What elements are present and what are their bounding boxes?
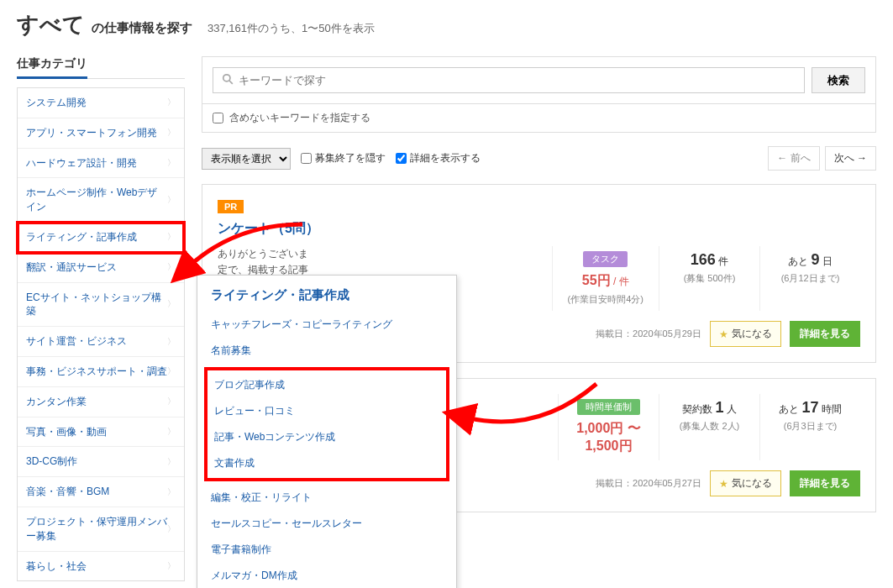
pager: ← 前へ 次へ →	[768, 146, 876, 171]
sidebar-item-label: サイト運営・ビジネス	[26, 334, 127, 349]
exclude-checkbox-label[interactable]: 含めないキーワードを指定する	[213, 112, 370, 123]
sidebar-item-label: ライティング・記事作成	[26, 230, 137, 244]
chevron-right-icon: 〉	[167, 456, 176, 468]
flyout-item[interactable]: 名前募集	[211, 338, 443, 364]
days-cell: あと 17 時間 (6月3日まで)	[759, 394, 860, 460]
sidebar-item-label: 3D-CG制作	[26, 454, 77, 469]
sidebar-item-label: ハードウェア設計・開発	[26, 156, 137, 171]
sidebar-item[interactable]: サイト運営・ビジネス〉	[18, 327, 184, 357]
sidebar-item[interactable]: ECサイト・ネットショップ構築〉	[18, 283, 184, 328]
sidebar-section-title: 仕事カテゴリ	[17, 56, 87, 79]
rate-tag: 時間単価制	[577, 399, 640, 415]
days-cell: あと 9 日 (6月12日まで)	[759, 246, 860, 311]
flyout-item[interactable]: 記事・Webコンテンツ作成	[214, 424, 439, 450]
page-header: すべて の仕事情報を探す 337,161件のうち、1〜50件を表示	[0, 0, 893, 39]
sidebar-item-label: プロジェクト・保守運用メンバー募集	[26, 515, 167, 543]
main-content: 検索 含めないキーワードを指定する 表示順を選択 募集終了を隠す 詳細を表示する…	[202, 56, 876, 528]
star-icon: ★	[719, 478, 728, 490]
sidebar-item[interactable]: プロジェクト・保守運用メンバー募集〉	[18, 507, 184, 552]
sidebar-item[interactable]: ホームページ制作・Webデザイン〉	[18, 178, 184, 223]
sidebar-item[interactable]: 暮らし・社会〉	[18, 552, 184, 581]
page-title-sub: の仕事情報を探す	[92, 20, 192, 36]
flyout-item[interactable]: メルマガ・DM作成	[211, 563, 443, 588]
hide-closed-checkbox[interactable]	[301, 153, 312, 164]
posted-date: 掲載日：2020年05月27日	[596, 477, 701, 490]
flyout-item[interactable]: 編集・校正・リライト	[211, 485, 443, 511]
sidebar-item[interactable]: ハードウェア設計・開発〉	[18, 149, 184, 179]
chevron-right-icon: 〉	[167, 365, 176, 377]
filter-row: 表示順を選択 募集終了を隠す 詳細を表示する ← 前へ 次へ →	[202, 133, 876, 184]
pr-badge: PR	[218, 200, 244, 213]
sidebar-item[interactable]: 翻訳・通訳サービス〉	[18, 253, 184, 283]
next-button[interactable]: 次へ →	[825, 146, 876, 171]
job-title[interactable]: ンケート（5問）	[218, 220, 860, 238]
hide-closed-label[interactable]: 募集終了を隠す	[301, 151, 386, 165]
star-icon: ★	[719, 328, 728, 340]
sidebar-item-label: 翻訳・通訳サービス	[26, 260, 117, 275]
price-cell: タスク 55円 / 件 (作業目安時間4分)	[552, 246, 659, 311]
favorite-button[interactable]: ★気になる	[710, 321, 781, 347]
result-count: 337,161件のうち、1〜50件を表示	[207, 21, 375, 36]
search-input[interactable]	[239, 74, 796, 87]
flyout-item[interactable]: 文書作成	[214, 450, 439, 476]
svg-point-0	[223, 75, 230, 81]
sidebar-item-label: 音楽・音響・BGM	[26, 485, 109, 499]
prev-button[interactable]: ← 前へ	[768, 146, 819, 171]
sidebar-item-label: 事務・ビジネスサポート・調査	[26, 365, 167, 379]
exclude-checkbox[interactable]	[213, 113, 223, 123]
sidebar-item-label: 写真・画像・動画	[26, 425, 107, 439]
flyout-title[interactable]: ライティング・記事作成	[211, 287, 443, 303]
sidebar: 仕事カテゴリ システム開発〉アプリ・スマートフォン開発〉ハードウェア設計・開発〉…	[17, 56, 185, 581]
task-tag: タスク	[583, 251, 628, 267]
chevron-right-icon: 〉	[167, 396, 176, 407]
sidebar-item-label: ECサイト・ネットショップ構築	[26, 291, 167, 319]
chevron-right-icon: 〉	[167, 298, 176, 310]
svg-line-1	[229, 81, 233, 84]
show-detail-checkbox[interactable]	[396, 153, 407, 164]
exclude-keyword-row: 含めないキーワードを指定する	[202, 104, 876, 133]
sidebar-item-label: アプリ・スマートフォン開発	[26, 126, 157, 140]
price-cell: 時間単価制 1,000円 〜 1,500円	[558, 394, 659, 460]
chevron-right-icon: 〉	[167, 194, 176, 206]
sidebar-item-label: ホームページ制作・Webデザイン	[26, 186, 167, 214]
sidebar-item[interactable]: システム開発〉	[18, 88, 184, 118]
chevron-right-icon: 〉	[167, 261, 176, 273]
sidebar-item[interactable]: アプリ・スマートフォン開発〉	[18, 118, 184, 149]
search-button[interactable]: 検索	[812, 67, 865, 93]
flyout-item[interactable]: レビュー・口コミ	[214, 398, 439, 424]
sidebar-item[interactable]: 写真・画像・動画〉	[18, 417, 184, 448]
flyout-item[interactable]: 電子書籍制作	[211, 537, 443, 563]
sidebar-item[interactable]: 音楽・音響・BGM〉	[18, 477, 184, 507]
sidebar-item[interactable]: ライティング・記事作成〉	[18, 223, 184, 253]
chevron-right-icon: 〉	[167, 560, 176, 572]
flyout-item[interactable]: セールスコピー・セールスレター	[211, 511, 443, 537]
flyout-highlight-box: ブログ記事作成レビュー・口コミ記事・Webコンテンツ作成文書作成	[204, 367, 449, 481]
search-input-wrap[interactable]	[213, 67, 805, 93]
count-cell: 契約数 1 人 (募集人数 2人)	[659, 394, 759, 460]
detail-button[interactable]: 詳細を見る	[790, 321, 860, 347]
chevron-right-icon: 〉	[167, 523, 176, 535]
count-cell: 166 件 (募集 500件)	[659, 246, 759, 311]
sidebar-item[interactable]: 事務・ビジネスサポート・調査〉	[18, 357, 184, 387]
chevron-right-icon: 〉	[167, 127, 176, 139]
category-list: システム開発〉アプリ・スマートフォン開発〉ハードウェア設計・開発〉ホームページ制…	[17, 87, 185, 581]
sidebar-item-label: 暮らし・社会	[26, 559, 87, 574]
flyout-item[interactable]: ブログ記事作成	[214, 372, 439, 398]
chevron-right-icon: 〉	[167, 231, 176, 243]
chevron-right-icon: 〉	[167, 486, 176, 498]
show-detail-label[interactable]: 詳細を表示する	[396, 151, 481, 165]
chevron-right-icon: 〉	[167, 336, 176, 348]
sidebar-item[interactable]: カンタン作業〉	[18, 387, 184, 417]
chevron-right-icon: 〉	[167, 426, 176, 438]
sort-select[interactable]: 表示順を選択	[202, 148, 291, 170]
chevron-right-icon: 〉	[167, 157, 176, 169]
detail-button[interactable]: 詳細を見る	[790, 470, 860, 496]
search-icon	[222, 73, 234, 87]
sidebar-item-label: カンタン作業	[26, 395, 87, 409]
sidebar-item-label: システム開発	[26, 96, 87, 110]
search-bar: 検索	[202, 56, 876, 104]
flyout-item[interactable]: キャッチフレーズ・コピーライティング	[211, 312, 443, 338]
chevron-right-icon: 〉	[167, 97, 176, 108]
favorite-button[interactable]: ★気になる	[710, 470, 781, 496]
sidebar-item[interactable]: 3D-CG制作〉	[18, 447, 184, 477]
